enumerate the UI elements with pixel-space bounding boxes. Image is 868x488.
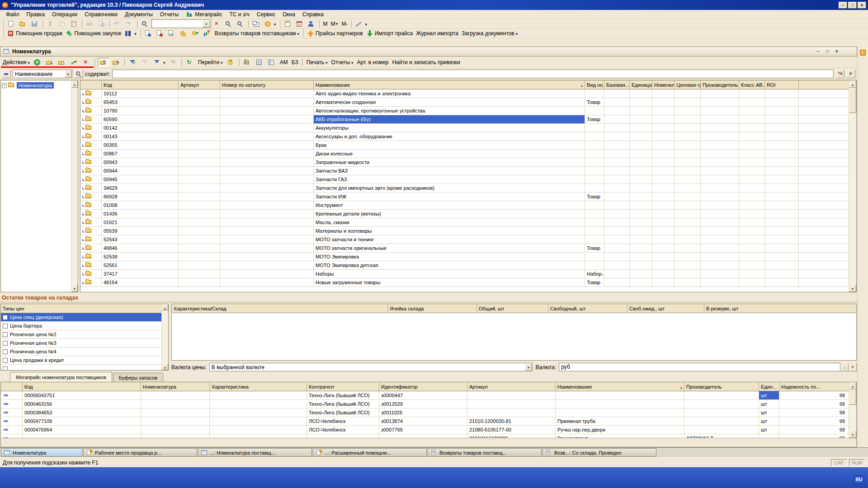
toolbar-button[interactable]: M+ (330, 19, 340, 28)
cell-article[interactable] (179, 244, 220, 253)
table-row[interactable]: 00867 Диски колесные (80, 150, 849, 158)
menu-item[interactable]: Окна (279, 11, 298, 18)
toolbar-button[interactable]: Загрузка документов (460, 29, 519, 38)
column-header[interactable]: Своб.ожид., шт (627, 304, 704, 313)
toolbar-button[interactable] (319, 20, 320, 28)
cell-contractor[interactable]: ЛСО-Челябинск (307, 426, 379, 434)
toolbar-button[interactable] (294, 19, 306, 28)
column-header[interactable]: Базовая... (604, 80, 630, 89)
cell-identifier[interactable]: з0000447 (379, 391, 467, 400)
cell-kind[interactable] (585, 218, 604, 227)
cell-kind[interactable] (585, 150, 604, 158)
cell-catalog-number[interactable] (220, 98, 314, 107)
column-header[interactable]: Номенкл... (652, 80, 675, 89)
toolbar-button[interactable] (263, 19, 278, 28)
toolbar-button[interactable] (57, 19, 68, 28)
action-button[interactable] (168, 58, 179, 67)
cell-identifier[interactable]: з0013874 (379, 417, 467, 426)
column-header[interactable]: Номер по каталогу (220, 80, 314, 89)
cell-code[interactable]: 52538 (102, 253, 179, 261)
toolbar-button[interactable]: Возвраты товаров поставщикам (213, 29, 301, 38)
cell-article[interactable] (179, 107, 220, 115)
action-button[interactable] (124, 59, 125, 66)
cell-name[interactable]: Брак (314, 141, 585, 150)
table-row[interactable]: 52543 МОТО запчасти и тюнинг (80, 235, 849, 244)
toolbar-button[interactable] (82, 20, 83, 28)
cell-catalog-number[interactable] (220, 210, 314, 218)
scroll-up-icon[interactable] (71, 80, 78, 88)
chevron-down-icon[interactable] (525, 364, 532, 371)
toolbar-button[interactable] (112, 19, 123, 28)
cell-name[interactable] (556, 391, 684, 400)
cell-kind[interactable]: Набор-... (585, 270, 604, 278)
cell-article[interactable] (179, 235, 220, 244)
price-type-item[interactable] (1, 365, 161, 371)
cell-code[interactable]: 10790 (102, 107, 179, 115)
toolbar-button[interactable] (190, 29, 201, 38)
cell-article[interactable] (179, 115, 220, 124)
column-header[interactable]: Характеристика/Склад (172, 304, 388, 313)
language-indicator[interactable]: RU (854, 475, 864, 484)
menu-item[interactable]: ТС и з/ч (226, 11, 252, 18)
cell-article[interactable] (179, 132, 220, 141)
toolbar-button[interactable] (302, 29, 303, 38)
window-button[interactable]: ─ (839, 2, 847, 9)
table-row[interactable]: 37417 Наборы Набор-... (80, 270, 849, 278)
cell-catalog-number[interactable] (220, 167, 314, 175)
toolbar-button[interactable]: Прайсы партнеров (306, 29, 364, 38)
cell-kind[interactable]: Товар (585, 192, 604, 201)
action-button[interactable] (44, 58, 56, 67)
cell-unit[interactable]: шт (759, 417, 779, 426)
cell-name[interactable]: Аксессуары и доп. оборудование (314, 132, 585, 141)
toolbar-button[interactable] (18, 19, 29, 28)
toolbar-button[interactable] (139, 29, 141, 38)
cell-kind[interactable] (585, 89, 604, 98)
toolbar-button[interactable] (2, 29, 4, 38)
column-select-button[interactable] (2, 70, 11, 78)
toolbar-button[interactable]: M (322, 19, 329, 28)
tree-scrollbar[interactable] (71, 80, 78, 292)
action-button[interactable] (242, 58, 253, 67)
cell-code[interactable]: 00867 (102, 150, 179, 158)
cell-name[interactable]: МОТО Экипировка детская (314, 261, 585, 270)
cell-name[interactable]: МОТО Экипировка (314, 253, 585, 261)
cell-article[interactable] (179, 141, 220, 150)
cell-code[interactable]: 34629 (102, 184, 179, 192)
tree-node-label[interactable]: Номенклатура (17, 82, 54, 89)
menu-item[interactable]: Мегапрайс (183, 10, 225, 19)
table-row[interactable]: 0000477109 ЛСО-Челябинск з0013874 21010-… (1, 417, 849, 426)
checkbox[interactable] (3, 332, 8, 337)
cell-characteristic[interactable] (210, 426, 307, 434)
action-button[interactable] (32, 58, 43, 67)
cell-article[interactable]: 21010-1200030-81 (467, 417, 556, 426)
contains-input[interactable] (112, 70, 834, 78)
cell-kind[interactable] (585, 132, 604, 141)
cell-code[interactable]: 37417 (102, 270, 179, 278)
taskbar-tab[interactable]: Рабочее место продавца р... (83, 448, 197, 457)
cell-identifier[interactable]: з0007765 (379, 426, 467, 434)
checkbox[interactable] (3, 349, 8, 354)
cell-article[interactable] (467, 391, 556, 400)
column-header[interactable]: Артикул (179, 80, 220, 89)
cell-kind[interactable] (585, 141, 604, 150)
table-row[interactable]: 34629 Запчасти для импортных авто (кроме… (80, 184, 849, 192)
column-header[interactable]: Код (23, 382, 141, 391)
column-header[interactable]: Наименование (556, 382, 684, 391)
cell-unit[interactable]: шт (759, 408, 779, 417)
table-row[interactable]: 00006043751 Техно-Лига (бывший ЛСО) з000… (1, 391, 849, 400)
table-row[interactable]: 0000463156 Техно-Лига (бывший ЛСО) з0012… (1, 400, 849, 408)
table-row[interactable]: 0000384653 Техно-Лига (бывший ЛСО) з0011… (1, 408, 849, 417)
cell-characteristic[interactable] (210, 417, 307, 426)
cell-code[interactable]: 65453 (102, 98, 179, 107)
cell-name[interactable]: Инструмент (314, 201, 585, 210)
action-button[interactable] (225, 58, 236, 67)
cell-name[interactable]: Автосигнализации, противоугонные устройс… (314, 107, 585, 115)
column-header[interactable]: Надежность по... (779, 382, 849, 391)
scroll-down-icon[interactable] (849, 431, 856, 438)
cell-name[interactable] (556, 408, 684, 417)
cell-code[interactable]: 48154 (102, 278, 179, 287)
cell-code[interactable]: 52561 (102, 261, 179, 270)
cell-article[interactable] (179, 184, 220, 192)
table-row[interactable]: 19112 Авто аудио-видео-техника и электро… (80, 89, 849, 98)
cell-kind[interactable]: Товар (585, 98, 604, 107)
